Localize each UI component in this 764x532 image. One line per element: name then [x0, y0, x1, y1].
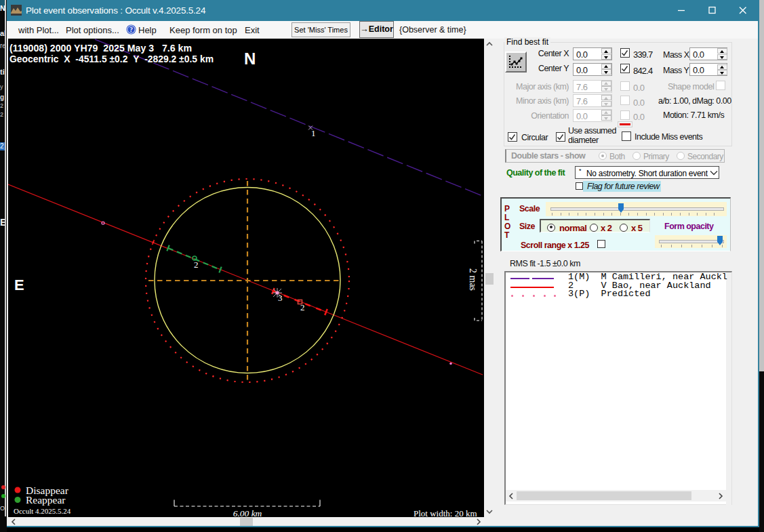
svg-text:Reappear: Reappear: [26, 494, 66, 506]
svg-text:6.00 km: 6.00 km: [233, 508, 262, 518]
svg-text:2 mas: 2 mas: [468, 268, 478, 291]
svg-text:(119008) 2000 YH79 2025 May 3: (119008) 2000 YH79 2025 May 3 7.6 km: [9, 43, 192, 54]
svg-text:?: ?: [129, 26, 133, 33]
svg-text:2: 2: [194, 260, 199, 270]
svg-text:Geocentric X -4511.5 ±0.2 Y: Geocentric X -4511.5 ±0.2 Y -2829.2 ±0.5…: [9, 54, 214, 64]
svg-text:E: E: [14, 277, 24, 293]
svg-text:Plot width: 20 km: Plot width: 20 km: [414, 508, 477, 518]
svg-text:2: 2: [300, 302, 305, 312]
svg-text:Occult 4.2025.5.24: Occult 4.2025.5.24: [14, 507, 71, 515]
svg-text:1: 1: [311, 128, 316, 138]
svg-text:N: N: [244, 49, 256, 68]
svg-text:3: 3: [278, 293, 283, 303]
